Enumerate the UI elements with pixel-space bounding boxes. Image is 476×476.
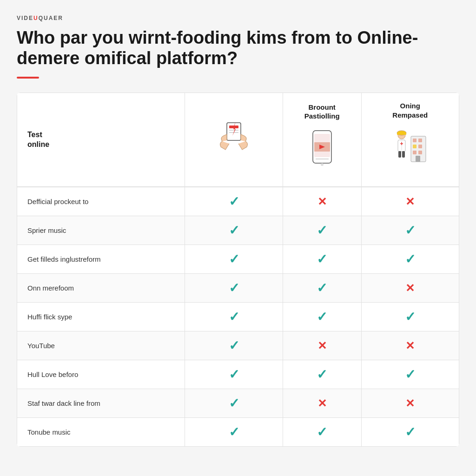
svg-rect-24 xyxy=(413,151,416,154)
doctor-icon xyxy=(391,127,429,169)
col3-value: ✓ xyxy=(361,303,459,331)
svg-rect-18 xyxy=(402,151,405,158)
svg-rect-0 xyxy=(227,123,241,140)
col3-label: BroountPastiolling xyxy=(283,103,361,121)
col2-value: ✓ xyxy=(283,274,361,303)
col2-value: ✓ xyxy=(283,216,361,245)
col2-value: ✓ xyxy=(283,245,361,274)
col3-value: ✓ xyxy=(361,360,459,389)
table-row: Defficial prockeut to✓✕✕ xyxy=(17,187,459,216)
col3-value: ✕ xyxy=(361,389,459,418)
col1-label: Testonline xyxy=(27,122,180,158)
svg-rect-23 xyxy=(418,145,422,148)
feature-cell: Defficial prockeut to xyxy=(17,187,185,216)
col2-value: ✓ xyxy=(283,418,361,447)
col3-value: ✕ xyxy=(361,274,459,303)
col2-value: ✓ xyxy=(283,360,361,389)
comparison-table: Testonline xyxy=(17,93,459,447)
hands-icon xyxy=(215,118,252,160)
svg-rect-26 xyxy=(416,156,420,162)
col2-value: ✕ xyxy=(283,389,361,418)
svg-rect-12 xyxy=(397,133,406,135)
feature-cell: Sprier music xyxy=(17,216,185,245)
col2-value: ✕ xyxy=(283,331,361,360)
phone-icon xyxy=(308,128,336,168)
svg-rect-22 xyxy=(413,145,416,148)
table-row: Onn merefoom✓✓✕ xyxy=(17,274,459,303)
accent-divider xyxy=(17,77,39,79)
col3-value: ✕ xyxy=(361,331,459,360)
col1-value: ✓ xyxy=(185,389,283,418)
feature-cell: Tonube music xyxy=(17,418,185,447)
card: VIDEUQUAER Who par you wirnt-fooding kim… xyxy=(0,0,476,476)
feature-cell: Get filleds inglustreform xyxy=(17,245,185,274)
col-icon3-header: OningRempased xyxy=(361,93,459,187)
col1-value: ✓ xyxy=(185,418,283,447)
col3-value: ✓ xyxy=(361,418,459,447)
col2-value: ✓ xyxy=(283,303,361,331)
table-row: Get filleds inglustreform✓✓✓ xyxy=(17,245,459,274)
feature-cell: Staf twar dack line from xyxy=(17,389,185,418)
col1-value: ✓ xyxy=(185,245,283,274)
col2-value: ✕ xyxy=(283,187,361,216)
brand-label: VIDEUQUAER xyxy=(17,15,459,21)
col4-label: OningRempased xyxy=(362,101,459,119)
col-feature-header: Testonline xyxy=(17,93,185,187)
col1-value: ✓ xyxy=(185,360,283,389)
svg-point-9 xyxy=(321,163,324,166)
svg-rect-17 xyxy=(398,151,401,158)
feature-cell: YouTube xyxy=(17,331,185,360)
col1-value: ✓ xyxy=(185,303,283,331)
col3-value: ✕ xyxy=(361,187,459,216)
icon3-cell xyxy=(362,119,459,178)
table-row: Tonube music✓✓✓ xyxy=(17,418,459,447)
table-row: Staf twar dack line from✓✕✕ xyxy=(17,389,459,418)
table-row: Sprier music✓✓✓ xyxy=(17,216,459,245)
col1-value: ✓ xyxy=(185,187,283,216)
icon2-cell xyxy=(283,121,361,177)
col1-value: ✓ xyxy=(185,216,283,245)
col3-value: ✓ xyxy=(361,245,459,274)
svg-rect-20 xyxy=(413,139,416,142)
table-row: YouTube✓✕✕ xyxy=(17,331,459,360)
col1-value: ✓ xyxy=(185,274,283,303)
col-icon2-header: BroountPastiolling xyxy=(283,93,361,187)
table-row: Huffi flick sype✓✓✓ xyxy=(17,303,459,331)
icon1-cell xyxy=(185,111,282,169)
svg-rect-25 xyxy=(418,151,422,154)
table-row: Hull Love beforo✓✓✓ xyxy=(17,360,459,389)
page-title: Who par you wirnt-fooding kims from to O… xyxy=(17,28,459,68)
svg-rect-21 xyxy=(418,139,422,142)
feature-cell: Hull Love beforo xyxy=(17,360,185,389)
table-header-row: Testonline xyxy=(17,93,459,187)
feature-cell: Onn merefoom xyxy=(17,274,185,303)
col-icon1-header xyxy=(185,93,283,187)
col3-value: ✓ xyxy=(361,216,459,245)
col1-value: ✓ xyxy=(185,331,283,360)
table-body: Defficial prockeut to✓✕✕Sprier music✓✓✓G… xyxy=(17,187,459,447)
feature-cell: Huffi flick sype xyxy=(17,303,185,331)
